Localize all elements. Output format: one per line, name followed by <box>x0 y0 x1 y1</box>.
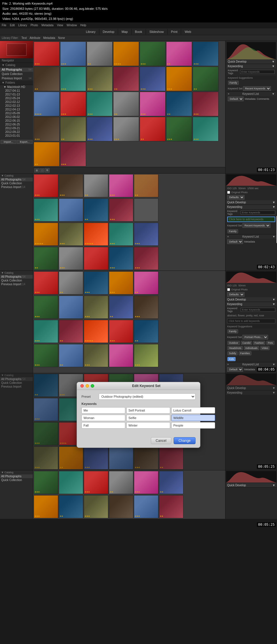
photo-s2-19[interactable]: ★★★ <box>109 247 133 270</box>
photo-thumb-1[interactable]: ★★★ <box>34 42 60 66</box>
photo-s2-1[interactable]: ★★★ <box>34 174 58 197</box>
metadata-link-s3[interactable]: Metadata <box>244 368 255 371</box>
photo-s5-9[interactable]: ★★★ <box>84 495 108 518</box>
defaults-select-s3[interactable]: Defaults <box>227 292 244 297</box>
kw-field-woman[interactable] <box>81 415 125 421</box>
families-chip[interactable]: Families <box>239 351 251 355</box>
menu-window[interactable]: Window <box>67 24 77 27</box>
photo-s2-14[interactable]: ★★★ <box>109 223 133 246</box>
module-book[interactable]: Book <box>132 29 146 35</box>
original-photo-checkbox-s3[interactable] <box>227 288 230 291</box>
photo-thumb-6[interactable]: ★★ <box>166 42 192 66</box>
photo-s2-20[interactable]: ★★★ <box>134 247 158 270</box>
photo-s3-14[interactable]: ★★★ <box>109 320 133 343</box>
photo-thumb-8[interactable]: ★★ <box>34 67 60 91</box>
preset-select[interactable]: Outdoor Photography (edited) <box>99 393 196 400</box>
sec5-quick-collection[interactable]: Quick Collection <box>0 478 33 482</box>
keyword-tags-input[interactable] <box>240 70 275 74</box>
photo-thumb-30[interactable]: ★★★ <box>60 142 86 166</box>
photo-s2-3[interactable]: ★★ <box>84 174 108 197</box>
candid-chip[interactable]: Candid <box>241 341 252 345</box>
photo-s5-11[interactable]: ★★★ <box>134 495 158 518</box>
photo-s2-6[interactable]: ★★★ <box>34 198 58 221</box>
photo-s5-10[interactable] <box>109 495 133 518</box>
module-slideshow[interactable]: Slideshow <box>146 29 168 35</box>
photo-thumb-24[interactable]: ★★★ <box>87 117 113 141</box>
photo-thumb-28[interactable]: ★★★ <box>193 117 219 141</box>
photo-s2-18[interactable] <box>84 247 108 270</box>
menu-file[interactable]: File <box>2 24 6 27</box>
export-button[interactable]: Export... <box>17 140 33 144</box>
family-chip[interactable]: Family <box>228 81 239 85</box>
photo-thumb-29[interactable]: ★★ <box>34 142 60 166</box>
cancel-button[interactable]: Cancel <box>151 437 171 444</box>
photo-s5-5[interactable]: ★★★ <box>134 471 158 494</box>
photo-s3-15[interactable]: ★★ <box>134 320 158 343</box>
photo-thumb-15[interactable]: ★★★★ <box>34 92 60 116</box>
kw-field-selfie[interactable] <box>126 415 170 421</box>
modal-minimize-button[interactable] <box>86 384 89 388</box>
folder-2012-02-12[interactable]: 2012-02-12 <box>0 100 33 104</box>
photo-thumb-2[interactable]: ★★★ <box>60 42 86 66</box>
loupe-view-btn[interactable]: □ <box>40 168 44 172</box>
photo-s3-19[interactable] <box>109 344 133 367</box>
default-select-s3[interactable]: Default <box>227 367 243 372</box>
photo-thumb-7[interactable]: ★★★ <box>193 42 219 66</box>
photo-thumb-22[interactable]: ★★★ <box>34 117 60 141</box>
folder-2012-04-13[interactable]: 2012-04-13 <box>0 108 33 111</box>
photo-s2-4[interactable]: ★★★ <box>109 174 133 197</box>
photo-s2-7[interactable] <box>59 198 83 221</box>
photo-s3-12[interactable]: ★★ <box>59 320 83 343</box>
module-print[interactable]: Print <box>168 29 181 35</box>
outdoor-chip[interactable]: Outdoor <box>227 341 240 345</box>
photo-s2-5[interactable]: ★★ <box>134 174 158 197</box>
menu-help[interactable]: Help <box>80 24 86 27</box>
folder-2017-01-13[interactable]: 2017-01-13 <box>0 93 33 96</box>
kw-tags-input-s2[interactable] <box>241 211 275 215</box>
photo-s2-17[interactable]: ★★★ <box>59 247 83 270</box>
filter-metadata-btn[interactable]: Metadata <box>43 36 55 40</box>
photo-s5-7[interactable]: ★★★ <box>34 495 58 518</box>
kw-field-people[interactable] <box>171 422 215 429</box>
photo-s3-10[interactable]: ★★★ <box>134 296 158 319</box>
filter-text-btn[interactable]: Text <box>21 36 26 40</box>
photo-s3-8[interactable]: ★★★ <box>84 296 108 319</box>
catalog-header[interactable]: ▼ Catalog <box>0 63 33 67</box>
photo-s2-11[interactable]: ★★★★★ <box>34 223 58 246</box>
photo-s2-2[interactable]: ★★★ <box>59 174 83 197</box>
photo-thumb-17[interactable]: ★★★ <box>87 92 113 116</box>
kw-header-s2[interactable]: Keywording ▼ <box>226 205 276 209</box>
filter-attribute-btn[interactable]: Attribute <box>30 36 40 40</box>
keyword-set-select[interactable]: Recent Keywords <box>243 86 271 91</box>
kw-field-self-portrait[interactable] <box>126 407 170 414</box>
photo-thumb-11[interactable]: ★★ <box>113 67 139 91</box>
photo-s3-20[interactable]: ★★★ <box>134 344 158 367</box>
photo-s5-6[interactable]: ★★ <box>159 471 183 494</box>
headshots-chip[interactable]: Headshots <box>227 346 243 350</box>
kw-tags-input-s3[interactable] <box>241 308 275 312</box>
photo-s3-2[interactable]: ★★ <box>59 271 83 294</box>
kw-field-winter[interactable] <box>126 422 170 429</box>
kw-field-lotus-carroll[interactable] <box>171 407 215 414</box>
sec2-prev-import[interactable]: Previous Import 14 <box>0 185 33 189</box>
menu-photo[interactable]: Photo <box>31 24 38 27</box>
click-add-input-s3[interactable]: Click here to add keywords <box>227 319 275 323</box>
photo-thumb-25[interactable]: ★★★ <box>113 117 139 141</box>
folder-2012-05-24[interactable]: 2012-05-24 <box>0 96 33 100</box>
folder-2012-06-15[interactable]: 2012-06-15 <box>0 119 33 123</box>
photo-s5-2[interactable] <box>59 471 83 494</box>
photo-s3-13[interactable]: ★★★★★ <box>84 320 108 343</box>
modal-maximize-button[interactable] <box>91 384 94 388</box>
photo-thumb-12[interactable]: ★★★ <box>140 67 166 91</box>
kw-field-me[interactable] <box>81 407 125 414</box>
comments-link[interactable]: Comments <box>257 97 270 100</box>
photo-s3-7[interactable] <box>59 296 83 319</box>
folder-2013-01-01[interactable]: 2013-01-01 <box>0 134 33 138</box>
folder-2012-02-13[interactable]: 2012-02-13 <box>0 104 33 108</box>
sec3-prev-import[interactable]: Previous Import 14 <box>0 282 33 286</box>
photo-thumb-13[interactable]: ★★★ <box>166 67 192 91</box>
folder-2012-09-21[interactable]: 2012-09-21 <box>0 126 33 130</box>
photo-thumb-19[interactable]: ★★★ <box>140 92 166 116</box>
individuals-chip[interactable]: Individuals <box>244 346 259 350</box>
photo-s5-8[interactable]: ★★ <box>59 495 83 518</box>
